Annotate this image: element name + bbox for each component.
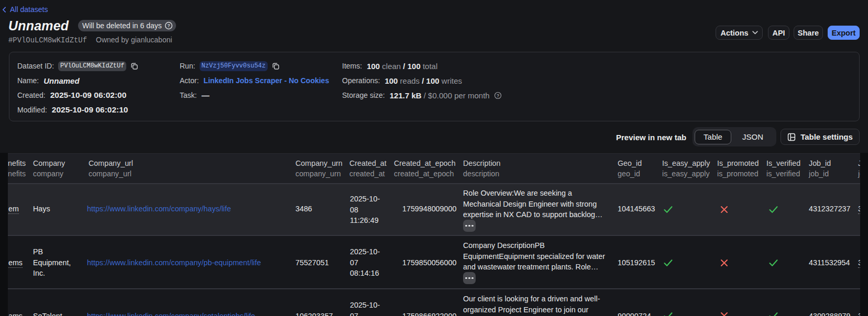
- svg-text:?: ?: [167, 23, 170, 28]
- svg-text:?: ?: [497, 93, 499, 98]
